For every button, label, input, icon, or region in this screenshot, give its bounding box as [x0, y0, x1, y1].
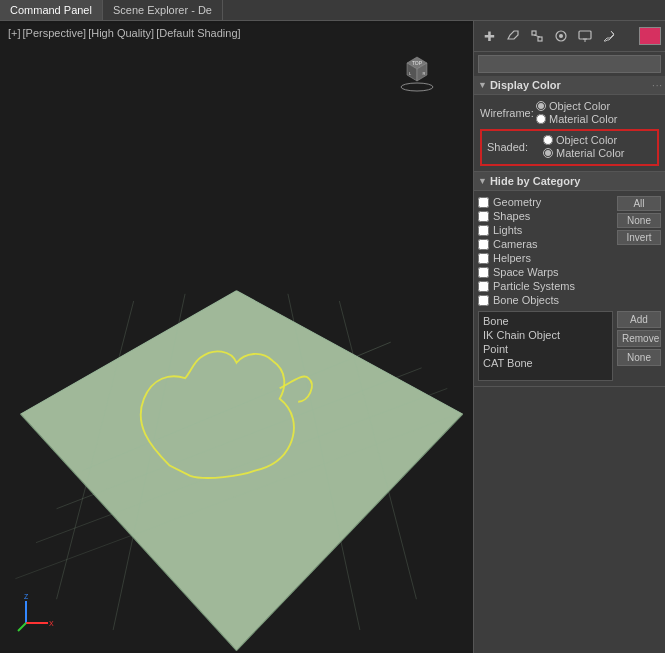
svg-text:TOP: TOP — [412, 60, 423, 66]
shaded-material-color: Material Color — [543, 147, 624, 159]
svg-line-29 — [534, 35, 540, 37]
svg-text:Z: Z — [24, 593, 29, 600]
tab-bar: Command Panel Scene Explorer - De — [0, 0, 665, 21]
motion-icon[interactable] — [550, 25, 572, 47]
wireframe-row: Wireframe: Object Color Material Color — [480, 100, 659, 125]
shaded-box: Shaded: Object Color Material Color — [480, 129, 659, 166]
cameras-label: Cameras — [493, 238, 538, 250]
wireframe-material-color: Material Color — [536, 113, 617, 125]
axis-indicator: Z X Y — [16, 593, 56, 633]
category-content: Geometry Shapes Lights Cameras — [474, 191, 665, 311]
display-color-header[interactable]: ▼ Display Color · · · — [474, 76, 665, 95]
wireframe-object-color: Object Color — [536, 100, 617, 112]
svg-rect-32 — [579, 31, 591, 39]
shaded-row: Shaded: Object Color Material Color — [487, 134, 652, 159]
toolbar-icons-row: ✚ — [474, 21, 665, 52]
viewport-label-quality[interactable]: [High Quality] — [88, 27, 154, 39]
wireframe-object-label: Object Color — [549, 100, 610, 112]
remove-button[interactable]: Remove — [617, 330, 661, 347]
search-input[interactable] — [478, 55, 661, 73]
svg-point-14 — [401, 83, 433, 91]
bone-buttons: Add Remove None — [617, 311, 661, 381]
wireframe-label: Wireframe: — [480, 107, 532, 119]
svg-line-25 — [18, 623, 26, 631]
shaded-object-radio[interactable] — [543, 135, 553, 145]
hide-by-category-title: Hide by Category — [490, 175, 580, 187]
display-color-section: ▼ Display Color · · · Wireframe: Object … — [474, 76, 665, 172]
wireframe-object-radio[interactable] — [536, 101, 546, 111]
svg-text:R: R — [423, 71, 426, 76]
category-helpers: Helpers — [478, 252, 613, 264]
viewport-label-shading[interactable]: [Default Shading] — [156, 27, 240, 39]
viewport[interactable]: [+] [Perspective] [High Quality] [Defaul… — [0, 21, 473, 653]
bone-objects-checkbox[interactable] — [478, 295, 489, 306]
bone-list-container: Bone IK Chain Object Point CAT Bone Add … — [478, 311, 661, 381]
display-color-arrow: ▼ — [478, 80, 487, 90]
all-button[interactable]: All — [617, 196, 661, 211]
particle-systems-label: Particle Systems — [493, 280, 575, 292]
bone-item-cat-bone[interactable]: CAT Bone — [481, 356, 610, 370]
display-color-content: Wireframe: Object Color Material Color — [474, 95, 665, 171]
category-list: Geometry Shapes Lights Cameras — [478, 196, 613, 306]
bone-list: Bone IK Chain Object Point CAT Bone — [478, 311, 613, 381]
geometry-label: Geometry — [493, 196, 541, 208]
bone-item-ik-chain[interactable]: IK Chain Object — [481, 328, 610, 342]
utilities-icon[interactable] — [598, 25, 620, 47]
svg-rect-28 — [538, 37, 542, 41]
main-content: [+] [Perspective] [High Quality] [Defaul… — [0, 21, 665, 653]
category-particle-systems: Particle Systems — [478, 280, 613, 292]
category-space-warps: Space Warps — [478, 266, 613, 278]
scene-canvas — [0, 21, 473, 653]
none-button[interactable]: None — [617, 213, 661, 228]
invert-button[interactable]: Invert — [617, 230, 661, 245]
shapes-checkbox[interactable] — [478, 211, 489, 222]
category-cameras: Cameras — [478, 238, 613, 250]
hierarchy-icon[interactable] — [526, 25, 548, 47]
shaded-options: Object Color Material Color — [543, 134, 624, 159]
bone-item-bone[interactable]: Bone — [481, 314, 610, 328]
shaded-material-radio[interactable] — [543, 148, 553, 158]
display-icon[interactable] — [574, 25, 596, 47]
shaded-material-label: Material Color — [556, 147, 624, 159]
color-swatch[interactable] — [639, 27, 661, 45]
cameras-checkbox[interactable] — [478, 239, 489, 250]
helpers-label: Helpers — [493, 252, 531, 264]
right-panel: ✚ — [473, 21, 665, 653]
svg-text:X: X — [49, 620, 54, 627]
bone-none-button[interactable]: None — [617, 349, 661, 366]
space-warps-label: Space Warps — [493, 266, 559, 278]
hide-by-category-section: ▼ Hide by Category Geometry Shapes Lig — [474, 172, 665, 387]
helpers-checkbox[interactable] — [478, 253, 489, 264]
viewport-label-perspective[interactable]: [Perspective] — [23, 27, 87, 39]
hide-by-category-arrow: ▼ — [478, 176, 487, 186]
display-color-title: Display Color — [490, 79, 561, 91]
viewport-label-plus[interactable]: [+] — [8, 27, 21, 39]
create-icon[interactable]: ✚ — [478, 25, 500, 47]
bone-item-point[interactable]: Point — [481, 342, 610, 356]
shaded-label: Shaded: — [487, 141, 539, 153]
shaded-object-color: Object Color — [543, 134, 624, 146]
shaded-object-label: Object Color — [556, 134, 617, 146]
modify-icon[interactable] — [502, 25, 524, 47]
bone-objects-label: Bone Objects — [493, 294, 559, 306]
shapes-label: Shapes — [493, 210, 530, 222]
hide-by-category-header[interactable]: ▼ Hide by Category — [474, 172, 665, 191]
category-lights: Lights — [478, 224, 613, 236]
add-button[interactable]: Add — [617, 311, 661, 328]
navigation-cube[interactable]: TOP L R — [391, 41, 443, 93]
lights-label: Lights — [493, 224, 522, 236]
svg-rect-27 — [532, 31, 536, 35]
particle-systems-checkbox[interactable] — [478, 281, 489, 292]
wireframe-material-label: Material Color — [549, 113, 617, 125]
display-color-dots: · · · — [652, 80, 661, 91]
category-geometry: Geometry — [478, 196, 613, 208]
category-buttons: All None Invert — [617, 196, 661, 306]
wireframe-options: Object Color Material Color — [536, 100, 617, 125]
space-warps-checkbox[interactable] — [478, 267, 489, 278]
category-bone-objects: Bone Objects — [478, 294, 613, 306]
lights-checkbox[interactable] — [478, 225, 489, 236]
tab-scene-explorer[interactable]: Scene Explorer - De — [103, 0, 223, 20]
wireframe-material-radio[interactable] — [536, 114, 546, 124]
geometry-checkbox[interactable] — [478, 197, 489, 208]
tab-command-panel[interactable]: Command Panel — [0, 0, 103, 20]
